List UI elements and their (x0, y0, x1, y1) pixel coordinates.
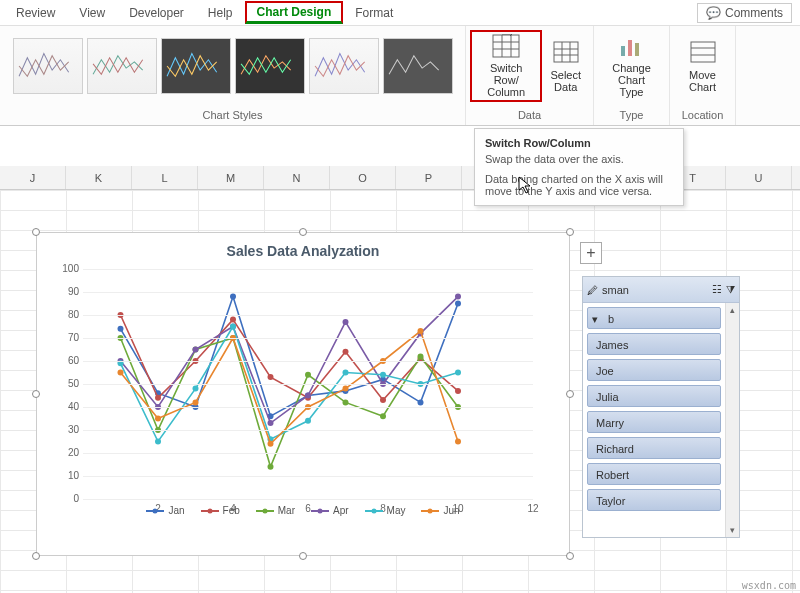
legend-swatch (421, 510, 439, 512)
group-location: Move Chart Location (670, 26, 736, 125)
clear-filter-icon[interactable]: ⧩ (726, 283, 735, 296)
group-label-data: Data (470, 107, 589, 123)
svg-point-27 (155, 395, 161, 401)
worksheet-area[interactable]: Switch Row/Column Swap the data over the… (0, 126, 800, 593)
legend-item[interactable]: Mar (256, 505, 295, 516)
tab-review[interactable]: Review (4, 2, 67, 24)
chart-elements-button[interactable]: + (580, 242, 602, 264)
slicer-header[interactable]: 🖉 sman ☷ ⧩ (583, 277, 739, 303)
slicer-item[interactable]: Joe (587, 359, 721, 381)
scroll-up-icon[interactable]: ▴ (728, 303, 737, 317)
slicer-item[interactable]: James (587, 333, 721, 355)
switch-row-col-icon (491, 34, 521, 58)
comment-icon: 💬 (706, 6, 721, 20)
chart-style-thumb[interactable] (383, 38, 453, 94)
svg-point-63 (380, 372, 386, 378)
change-chart-type-button[interactable]: Change Chart Type (598, 30, 665, 102)
slicer-item[interactable]: ▾b (587, 307, 721, 329)
chart-style-gallery[interactable] (13, 30, 453, 102)
col-header[interactable]: N (264, 166, 330, 189)
slicer-item[interactable]: Julia (587, 385, 721, 407)
chart-style-thumb[interactable] (13, 38, 83, 94)
col-header[interactable]: L (132, 166, 198, 189)
resize-handle[interactable] (299, 552, 307, 560)
slicer-pane[interactable]: 🖉 sman ☷ ⧩ ▾b James Joe Julia Marry Rich… (582, 276, 740, 538)
resize-handle[interactable] (299, 228, 307, 236)
svg-point-65 (455, 370, 461, 376)
ribbon-tabs: Review View Developer Help Chart Design … (0, 0, 800, 26)
ribbon-body: Chart Styles Switch Row/ Column Select D… (0, 26, 800, 126)
svg-rect-5 (554, 42, 578, 62)
change-chart-type-label: Change Chart Type (606, 62, 657, 98)
col-header[interactable]: P (396, 166, 462, 189)
resize-handle[interactable] (32, 390, 40, 398)
resize-handle[interactable] (32, 552, 40, 560)
svg-point-52 (343, 319, 349, 325)
chart-style-thumb[interactable] (235, 38, 305, 94)
svg-point-48 (193, 347, 199, 353)
svg-point-35 (455, 388, 461, 394)
tab-developer[interactable]: Developer (117, 2, 196, 24)
legend-swatch (146, 510, 164, 512)
chart-style-thumb[interactable] (309, 38, 379, 94)
slicer-item-list: ▾b James Joe Julia Marry Richard Robert … (583, 303, 725, 537)
tab-format[interactable]: Format (343, 2, 405, 24)
col-header[interactable]: M (198, 166, 264, 189)
svg-rect-13 (691, 42, 715, 62)
comments-button[interactable]: 💬 Comments (697, 3, 792, 23)
embedded-chart[interactable]: Sales Data Analyzation 01020304050607080… (36, 232, 570, 556)
col-header[interactable]: J (0, 166, 66, 189)
slicer-item[interactable]: Richard (587, 437, 721, 459)
svg-rect-11 (628, 40, 632, 56)
col-header[interactable]: U (726, 166, 792, 189)
legend-swatch (201, 510, 219, 512)
chart-style-thumb[interactable] (87, 38, 157, 94)
multiselect-icon[interactable]: ☷ (712, 283, 722, 296)
svg-point-58 (193, 386, 199, 392)
svg-rect-10 (621, 46, 625, 56)
slicer-item[interactable]: Taylor (587, 489, 721, 511)
tooltip-switch-row-column: Switch Row/Column Swap the data over the… (474, 128, 684, 206)
slicer-item[interactable]: Marry (587, 411, 721, 433)
slicer-scrollbar[interactable]: ▴ ▾ (725, 303, 739, 537)
move-chart-label: Move Chart (689, 69, 716, 93)
svg-point-66 (118, 370, 124, 376)
svg-point-43 (380, 413, 386, 419)
slicer-item[interactable]: Robert (587, 463, 721, 485)
svg-point-59 (230, 324, 236, 330)
move-chart-button[interactable]: Move Chart (680, 30, 726, 102)
legend-item[interactable]: Apr (311, 505, 349, 516)
y-tick-label: 50 (51, 378, 79, 389)
resize-handle[interactable] (32, 228, 40, 236)
switch-row-column-button[interactable]: Switch Row/ Column (470, 30, 542, 102)
svg-rect-0 (493, 35, 519, 57)
svg-point-68 (193, 399, 199, 405)
resize-handle[interactable] (566, 390, 574, 398)
chart-title[interactable]: Sales Data Analyzation (37, 233, 569, 265)
svg-point-32 (343, 349, 349, 355)
x-tick-label: 4 (230, 503, 236, 514)
tab-chart-design[interactable]: Chart Design (245, 1, 344, 24)
chart-style-thumb[interactable] (161, 38, 231, 94)
svg-point-42 (343, 399, 349, 405)
resize-handle[interactable] (566, 552, 574, 560)
col-header[interactable]: K (66, 166, 132, 189)
svg-point-57 (155, 439, 161, 445)
legend-item[interactable]: Jan (146, 505, 184, 516)
svg-point-72 (343, 386, 349, 392)
plot-area[interactable]: 010203040506070809010024681012 (83, 269, 533, 499)
cursor-icon (518, 176, 534, 196)
tab-help[interactable]: Help (196, 2, 245, 24)
tab-view[interactable]: View (67, 2, 117, 24)
select-data-button[interactable]: Select Data (542, 30, 589, 102)
svg-point-30 (268, 374, 274, 380)
y-tick-label: 30 (51, 424, 79, 435)
scroll-down-icon[interactable]: ▾ (728, 523, 737, 537)
y-tick-label: 20 (51, 447, 79, 458)
y-tick-label: 90 (51, 286, 79, 297)
svg-point-25 (455, 301, 461, 307)
x-tick-label: 6 (305, 503, 311, 514)
col-header[interactable]: O (330, 166, 396, 189)
group-data: Switch Row/ Column Select Data Data (466, 26, 594, 125)
resize-handle[interactable] (566, 228, 574, 236)
